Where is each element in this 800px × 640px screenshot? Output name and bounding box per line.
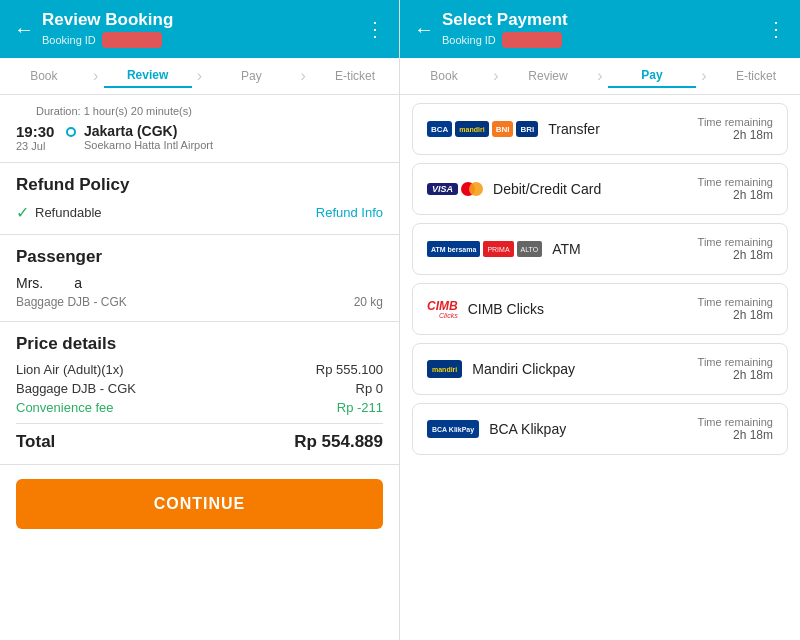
step-eticket-right[interactable]: E-ticket [712,65,800,87]
right-steps: Book › Review › Pay › E-ticket [400,58,800,95]
mandiri-icon: mandiri [455,121,488,137]
refund-status: Refundable [35,205,102,220]
atm-label: ATM [552,241,581,257]
step-review-right[interactable]: Review [504,65,592,87]
flight-duration: Duration: 1 hour(s) 20 minute(s) [36,105,383,117]
cimb-logo-icon: CIMB Clicks [427,300,458,319]
flight-date: 23 Jul [16,140,58,152]
baggage-label: Baggage DJB - CGK [16,295,127,309]
right-booking-id-label: Booking ID [442,34,496,46]
price-value-1: Rp 0 [356,381,383,396]
price-value-0: Rp 555.100 [316,362,383,377]
visa-icon: VISA [427,183,458,195]
payment-list: BCA mandiri BNI BRI Transfer Time remain… [400,95,800,640]
transfer-icons: BCA mandiri BNI BRI [427,121,538,137]
passenger-title: Passenger [16,247,383,267]
baggage-weight: 20 kg [354,295,383,309]
payment-option-cimb[interactable]: CIMB Clicks CIMB Clicks Time remaining 2… [412,283,788,335]
mandiri-clickpay-icon: mandiri [427,360,462,378]
mandiri-time: Time remaining 2h 18m [698,356,773,382]
left-panel: ← Review Booking Booking ID ⋮ Book › Rev… [0,0,400,640]
refund-check-icon: ✓ [16,203,29,222]
bca-klikpay-icon: BCA KlikPay [427,420,479,438]
atm-time: Time remaining 2h 18m [698,236,773,262]
step-pay-left[interactable]: Pay [208,65,296,87]
step-pay-right[interactable]: Pay [608,64,696,88]
flight-airport: Soekarno Hatta Intl Airport [84,139,383,151]
payment-option-transfer[interactable]: BCA mandiri BNI BRI Transfer Time remain… [412,103,788,155]
back-arrow-icon[interactable]: ← [14,18,34,41]
total-row: Total Rp 554.889 [16,432,383,452]
price-divider [16,423,383,424]
right-back-arrow-icon[interactable]: ← [414,18,434,41]
flight-time: 19:30 [16,123,58,140]
right-more-options[interactable]: ⋮ [766,17,786,41]
left-page-title: Review Booking [42,10,173,30]
price-title: Price details [16,334,383,354]
left-header: ← Review Booking Booking ID ⋮ [0,0,399,58]
prima-icon: PRIMA [483,241,513,257]
passenger-name: Mrs. a [16,275,383,291]
total-label: Total [16,432,55,452]
continue-button[interactable]: CONTINUE [16,479,383,529]
mastercard-icon [461,182,483,196]
passenger-section: Passenger Mrs. a Baggage DJB - CGK 20 kg [0,235,399,322]
bri-icon: BRI [516,121,538,137]
cimb-icons: CIMB Clicks [427,300,458,319]
payment-option-atm[interactable]: ATM bersama PRIMA ALTO ATM Time remainin… [412,223,788,275]
left-booking-id-label: Booking ID [42,34,96,46]
price-label-0: Lion Air (Adult)(1x) [16,362,124,377]
left-booking-id-badge [102,32,162,48]
payment-option-mandiri[interactable]: mandiri Mandiri Clickpay Time remaining … [412,343,788,395]
atm-icons: ATM bersama PRIMA ALTO [427,241,542,257]
flight-info: Duration: 1 hour(s) 20 minute(s) 19:30 2… [0,95,399,163]
mandiri-clickpay-icons: mandiri [427,360,462,378]
step-review-left[interactable]: Review [104,64,192,88]
bca-icon: BCA [427,121,452,137]
price-section: Price details Lion Air (Adult)(1x) Rp 55… [0,322,399,465]
right-booking-id-badge [502,32,562,48]
price-row-2: Convenience fee Rp -211 [16,400,383,415]
left-content: Duration: 1 hour(s) 20 minute(s) 19:30 2… [0,95,399,640]
atm-bersama-icon: ATM bersama [427,241,480,257]
price-row-0: Lion Air (Adult)(1x) Rp 555.100 [16,362,383,377]
alto-icon: ALTO [517,241,543,257]
transfer-label: Transfer [548,121,600,137]
total-value: Rp 554.889 [294,432,383,452]
card-icons: VISA [427,182,483,196]
flight-dot-icon [66,127,76,137]
step-book-left[interactable]: Book [0,65,88,87]
refund-section: Refund Policy ✓ Refundable Refund Info [0,163,399,235]
right-header: ← Select Payment Booking ID ⋮ [400,0,800,58]
card-time: Time remaining 2h 18m [698,176,773,202]
price-label-2: Convenience fee [16,400,114,415]
step-eticket-left[interactable]: E-ticket [311,65,399,87]
step-book-right[interactable]: Book [400,65,488,87]
card-label: Debit/Credit Card [493,181,601,197]
refund-title: Refund Policy [16,175,383,195]
refund-info-link[interactable]: Refund Info [316,205,383,220]
cimb-label: CIMB Clicks [468,301,544,317]
left-more-options[interactable]: ⋮ [365,17,385,41]
right-page-title: Select Payment [442,10,568,30]
bca-klikpay-icons: BCA KlikPay [427,420,479,438]
price-value-2: Rp -211 [337,400,383,415]
bni-icon: BNI [492,121,514,137]
left-steps: Book › Review › Pay › E-ticket [0,58,399,95]
right-panel: ← Select Payment Booking ID ⋮ Book › Rev… [400,0,800,640]
bca-label: BCA Klikpay [489,421,566,437]
mandiri-label: Mandiri Clickpay [472,361,575,377]
transfer-time: Time remaining 2h 18m [698,116,773,142]
cimb-time: Time remaining 2h 18m [698,296,773,322]
bca-time: Time remaining 2h 18m [698,416,773,442]
price-label-1: Baggage DJB - CGK [16,381,136,396]
payment-option-card[interactable]: VISA Debit/Credit Card Time remaining 2h… [412,163,788,215]
payment-option-bca[interactable]: BCA KlikPay BCA Klikpay Time remaining 2… [412,403,788,455]
price-row-1: Baggage DJB - CGK Rp 0 [16,381,383,396]
flight-city: Jakarta (CGK) [84,123,383,139]
